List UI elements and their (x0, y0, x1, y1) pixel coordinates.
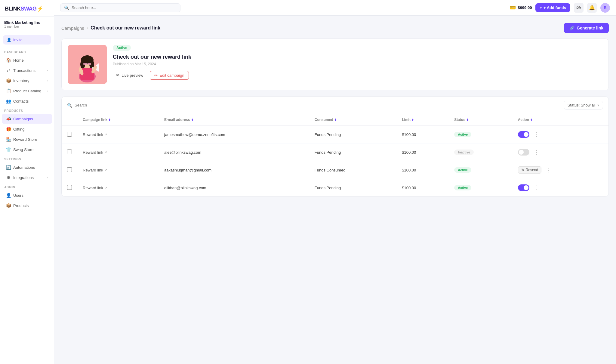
sidebar-item-automations[interactable]: 🔄 Automations (2, 162, 52, 172)
sidebar-item-transactions[interactable]: ⇄ Transactions › (2, 66, 52, 75)
sidebar-item-label: Products (13, 203, 29, 208)
edit-campaign-label: Edit campaign (159, 73, 184, 78)
sort-icon[interactable]: ⬆ (466, 118, 469, 122)
row-checkbox[interactable] (67, 132, 72, 137)
sidebar-item-users[interactable]: 👤 Users (2, 190, 52, 200)
more-options-button[interactable]: ⋮ (532, 183, 541, 192)
campaign-title: Check out our new reward link (113, 54, 602, 60)
sidebar-item-label: Users (13, 193, 23, 198)
edit-campaign-button[interactable]: ✏ Edit campaign (150, 71, 189, 80)
search-icon: 🔍 (67, 103, 72, 108)
more-options-button[interactable]: ⋮ (544, 165, 553, 174)
status-toggle[interactable] (518, 131, 529, 138)
status-badge: Active (454, 132, 471, 137)
sidebar-item-gifting[interactable]: 🎁 Gifting (2, 124, 52, 134)
table-search-bar[interactable]: 🔍 (67, 103, 560, 108)
product-catalog-icon: 📋 (6, 88, 11, 93)
external-link-icon[interactable]: ↗ (104, 133, 107, 137)
sort-icon[interactable]: ⬆ (191, 118, 193, 122)
external-link-icon[interactable]: ↗ (104, 186, 107, 190)
sort-icon[interactable]: ⬆ (334, 118, 337, 122)
row-link-cell: Reward link ↗ (77, 126, 159, 143)
sidebar-item-integrations[interactable]: ⚙ Integrations › (2, 173, 52, 182)
row-checkbox[interactable] (67, 150, 72, 154)
link-icon: 🔗 (569, 26, 574, 30)
table-header-row: Campaign link ⬆ E-mail address ⬆ Consume… (62, 114, 608, 126)
sort-icon[interactable]: ⬆ (108, 118, 111, 122)
main-content: 🔍 💳 $999.00 + + Add funds 🛍 🔔 B (54, 0, 616, 364)
notifications-icon-button[interactable]: 🔔 (587, 3, 597, 13)
external-link-icon[interactable]: ↗ (104, 150, 107, 154)
status-badge: Active (454, 167, 471, 173)
campaign-card: Active Check out our new reward link Pub… (61, 39, 609, 90)
campaign-status-badge: Active (113, 45, 131, 51)
reward-link-text: Reward link (83, 132, 103, 137)
sort-icon[interactable]: ⬆ (411, 118, 414, 122)
status-toggle[interactable] (518, 149, 529, 156)
row-checkbox-cell (62, 143, 77, 161)
consumed-status: Funds Pending (315, 132, 341, 137)
sidebar-item-campaigns[interactable]: 📣 Campaigns (2, 114, 52, 124)
row-link-cell: Reward link ↗ (77, 143, 159, 161)
sidebar-item-inventory[interactable]: 📦 Inventory › (2, 76, 52, 85)
breadcrumb-parent[interactable]: Campaigns (61, 26, 84, 31)
sidebar-item-product-catalog[interactable]: 📋 Product Catalog › (2, 86, 52, 96)
sidebar-item-home[interactable]: 🏠 Home (2, 55, 52, 65)
svg-rect-8 (88, 63, 91, 65)
sidebar-item-products[interactable]: 📦 Products (2, 201, 52, 210)
topbar-right: 💳 $999.00 + + Add funds 🛍 🔔 B (510, 3, 610, 13)
status-filter-dropdown[interactable]: Status: Show all ▾ (564, 101, 603, 110)
toggle-slider (518, 131, 529, 138)
sidebar-item-reward-store[interactable]: 🏪 Reward Store (2, 134, 52, 144)
products-icon: 📦 (6, 203, 11, 208)
table-toolbar: 🔍 Status: Show all ▾ (62, 97, 608, 114)
sidebar-item-label: Swag Store (13, 147, 33, 152)
row-consumed-cell: Funds Consumed (309, 161, 396, 179)
limit-amount: $100.00 (402, 186, 416, 190)
row-email-cell: alee@blinkswag.com (159, 143, 309, 161)
sidebar-item-label: Automations (13, 165, 35, 170)
col-status: Status ⬆ (449, 114, 513, 126)
sidebar-item-label: Reward Store (13, 137, 37, 142)
invite-label: Invite (13, 38, 23, 42)
sidebar-item-contacts[interactable]: 👥 Contacts (2, 96, 52, 106)
edit-icon: ✏ (154, 73, 158, 78)
live-preview-button[interactable]: 👁 Live preview (113, 71, 146, 79)
chevron-down-icon: ▾ (597, 103, 599, 107)
cart-icon-button[interactable]: 🛍 (574, 3, 584, 13)
action-cell: ⋮ (518, 130, 603, 139)
org-member-count: 1 member (4, 25, 50, 28)
col-email: E-mail address ⬆ (159, 114, 309, 126)
plus-icon: + (540, 5, 542, 10)
resend-button[interactable]: ↻ Resend (518, 166, 541, 174)
row-checkbox[interactable] (67, 167, 72, 172)
live-preview-label: Live preview (122, 73, 143, 78)
invite-button[interactable]: 👤 Invite (3, 35, 51, 45)
more-options-button[interactable]: ⋮ (532, 148, 541, 157)
nav-section-settings: SETTINGS (0, 155, 54, 162)
table-search-input[interactable] (75, 103, 560, 107)
add-funds-button[interactable]: + + Add funds (535, 3, 570, 12)
search-bar[interactable]: 🔍 (60, 3, 180, 12)
user-avatar[interactable]: B (600, 3, 610, 13)
breadcrumb: Campaigns › Check out our new reward lin… (61, 23, 609, 33)
sidebar-item-swag-store[interactable]: 👕 Swag Store (2, 145, 52, 154)
campaign-links-table-section: 🔍 Status: Show all ▾ Campaign link (61, 96, 609, 197)
status-toggle[interactable] (518, 184, 529, 191)
svg-rect-7 (83, 63, 87, 65)
search-input[interactable] (72, 5, 177, 10)
row-email-cell: aakashluqman@gmail.com (159, 161, 309, 179)
row-status-cell: Active (449, 126, 513, 143)
row-checkbox-cell (62, 161, 77, 179)
reward-link-text: Reward link (83, 186, 103, 190)
row-checkbox[interactable] (67, 185, 72, 190)
external-link-icon[interactable]: ↗ (104, 168, 107, 172)
sidebar-item-label: Inventory (13, 79, 29, 83)
row-action-cell: ↻ Resend ⋮ (513, 161, 608, 179)
generate-link-button[interactable]: 🔗 Generate link (564, 23, 609, 33)
consumed-status: Funds Consumed (315, 168, 346, 172)
breadcrumb-action-area: 🔗 Generate link (564, 23, 609, 33)
reward-store-icon: 🏪 (6, 137, 11, 142)
sort-icon[interactable]: ⬆ (530, 118, 532, 122)
more-options-button[interactable]: ⋮ (532, 130, 541, 139)
